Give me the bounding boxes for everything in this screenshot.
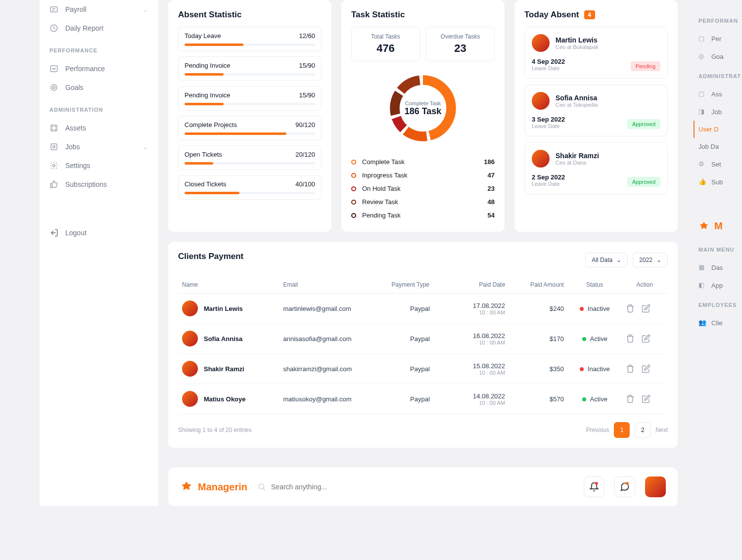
notifications-button[interactable]: [584, 476, 604, 497]
delete-button[interactable]: [626, 334, 635, 343]
overdue-tasks-box: Overdue Tasks 23: [426, 27, 495, 61]
prev-button[interactable]: Prevoius: [586, 427, 609, 433]
table-row: Martin Lewis martinlewis@gmail.com Paypa…: [178, 294, 668, 324]
task-label: Inprogress Task: [362, 172, 408, 179]
table-header: Email: [279, 276, 387, 294]
notification-dot: [626, 482, 629, 485]
user-avatar[interactable]: [645, 476, 666, 497]
rside-item[interactable]: ▦Das: [698, 258, 742, 276]
task-row: Pending Task54: [351, 209, 495, 222]
brand-logo[interactable]: M: [698, 220, 742, 232]
status-cell: Inactive: [568, 354, 622, 384]
section-title: EMPLOYEES: [698, 302, 742, 308]
delete-button[interactable]: [626, 364, 635, 373]
table-header: Name: [178, 276, 279, 294]
stat-bar: Open Tickets20/120: [178, 145, 322, 170]
rside-item[interactable]: Job Da: [698, 138, 742, 155]
paid-date: 16.08.202210 : 00 AM: [452, 324, 509, 354]
next-button[interactable]: Next: [655, 427, 668, 433]
leave-date: 3 Sep 2022: [532, 116, 565, 123]
stat-value: 90/120: [295, 121, 315, 129]
edit-button[interactable]: [642, 364, 650, 373]
avatar: [182, 301, 198, 316]
sidebar-item-settings[interactable]: Settings: [49, 156, 148, 175]
rside-item[interactable]: 👍Sub: [698, 173, 742, 191]
section-title-admin: ADMINISTRATION: [49, 107, 148, 113]
task-value: 47: [488, 172, 495, 179]
avatar: [182, 361, 198, 377]
task-row: Inprogress Task47: [351, 169, 495, 182]
legend-dot: [351, 213, 356, 218]
section-title-performance: PERFORMANCE: [49, 47, 148, 53]
section-title: PERFORMAN: [698, 18, 742, 24]
stat-label: Overdue Tasks: [432, 33, 488, 40]
rside-item[interactable]: ▢Ass: [698, 85, 742, 103]
client-name: Shakir Ramzi: [204, 365, 244, 373]
chevron-down-icon: ⌄: [142, 5, 148, 13]
leave-label: Leave Date: [532, 65, 565, 71]
page-2[interactable]: 2: [635, 422, 650, 438]
filter-all-data[interactable]: All Data⌄: [585, 253, 628, 267]
status-cell: Active: [568, 384, 622, 414]
messages-button[interactable]: [614, 476, 635, 497]
absent-item: Shakir RamziCeo at Dana2 Sep 2022Leave D…: [524, 142, 668, 194]
rside-item[interactable]: ◎Goa: [698, 47, 742, 65]
thumbs-up-icon: [49, 180, 58, 189]
svg-rect-0: [50, 7, 57, 12]
page-1[interactable]: 1: [614, 422, 630, 438]
sidebar-item-subscriptions[interactable]: Subscriptions: [49, 175, 148, 194]
legend-dot: [351, 173, 356, 178]
rside-item-active[interactable]: User D: [694, 121, 742, 138]
edit-button[interactable]: [642, 304, 650, 313]
stat-value: 15/90: [299, 62, 315, 69]
right-sidebar-fragment: PERFORMAN ▢Per ◎Goa ADMINISTRAT ▢Ass ◨Jo…: [693, 0, 742, 506]
rside-item[interactable]: ◧App: [698, 276, 742, 294]
rside-item[interactable]: ⚙Set: [698, 155, 742, 173]
delete-button[interactable]: [626, 394, 635, 403]
clients-payment-card: Clients Payment All Data⌄ 2022⌄ NameEmai…: [168, 242, 678, 448]
sidebar-item-assets[interactable]: Assets: [49, 119, 148, 137]
section-title: ADMINISTRAT: [698, 73, 742, 79]
stat-value: 15/90: [299, 91, 315, 99]
filter-year[interactable]: 2022⌄: [633, 253, 668, 267]
search-box[interactable]: [257, 482, 574, 491]
stat-value: 12/60: [299, 32, 315, 40]
main-content: Absent Statistic Today Leave12/60Pending…: [168, 0, 683, 506]
thumbs-icon: 👍: [698, 178, 706, 186]
sidebar-item-goals[interactable]: Goals: [49, 78, 148, 97]
person-name: Shakir Ramzi: [556, 152, 599, 160]
leave-label: Leave Date: [532, 123, 565, 129]
sidebar-item-payroll[interactable]: Payroll ⌄: [49, 0, 148, 19]
stat-label: Pending Invoice: [185, 62, 231, 69]
target-icon: ◎: [698, 52, 706, 60]
absent-item: Sofia AnnisaCeo at Tokopedia3 Sep 2022Le…: [524, 85, 668, 136]
table-row: Sofia Annisa annisasofia@gmail.com Paypa…: [178, 324, 668, 354]
sidebar-item-jobs[interactable]: Jobs ⌄: [49, 137, 148, 156]
logout-icon: [49, 228, 58, 237]
sidebar-label: Daily Report: [65, 24, 103, 32]
card-title: Clients Payment: [178, 252, 243, 261]
chevron-down-icon: ⌄: [656, 257, 661, 263]
edit-button[interactable]: [642, 334, 650, 343]
delete-button[interactable]: [626, 304, 635, 313]
task-row: Complete Task186: [351, 155, 495, 169]
leave-date: 4 Sep 2022: [532, 58, 565, 65]
settings-icon: ⚙: [698, 160, 706, 168]
rside-item[interactable]: 👥Clie: [698, 314, 742, 332]
section-title: MAIN MENU: [698, 247, 742, 253]
search-input[interactable]: [271, 483, 574, 491]
rside-item[interactable]: ◨Job: [698, 103, 742, 121]
sidebar-item-report[interactable]: Daily Report: [49, 19, 148, 38]
sidebar-item-performance[interactable]: Performance: [49, 59, 148, 78]
rside-item[interactable]: ▢Per: [698, 30, 742, 47]
svg-point-8: [52, 129, 53, 130]
search-icon: [257, 482, 266, 491]
svg-point-9: [55, 129, 56, 130]
brand-logo[interactable]: Managerin: [180, 480, 247, 493]
task-value: 54: [488, 212, 495, 219]
edit-button[interactable]: [642, 394, 650, 403]
legend-dot: [351, 160, 356, 165]
logout-button[interactable]: Logout: [49, 223, 148, 242]
assets-icon: [49, 124, 58, 132]
table-row: Shakir Ramzi shakirramzi@gmail.com Paypa…: [178, 354, 668, 384]
